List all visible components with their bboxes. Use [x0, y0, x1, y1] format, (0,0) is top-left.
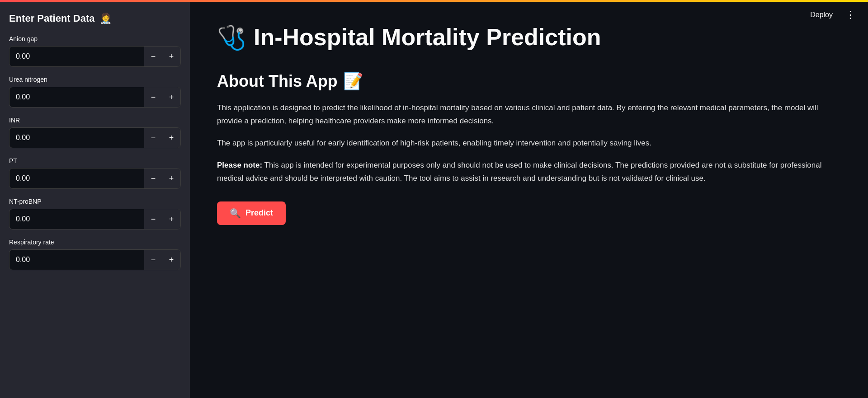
sidebar-title-text: Enter Patient Data [9, 13, 95, 24]
sidebar-title-emoji: 🧑‍⚕️ [99, 13, 112, 24]
disclaimer-paragraph: Please note: This app is intended for ex… [217, 159, 841, 185]
app-title: In-Hospital Mortality Prediction [254, 24, 601, 50]
main-content: Deploy ⋮ 🩺 In-Hospital Mortality Predict… [190, 2, 868, 398]
increment-button-0[interactable]: + [162, 47, 180, 66]
field-label-0: Anion gap [9, 35, 181, 42]
increment-button-5[interactable]: + [162, 250, 180, 270]
number-input-row-3: −+ [9, 168, 181, 189]
increment-button-3[interactable]: + [162, 169, 180, 188]
predict-icon: 🔍 [230, 208, 241, 219]
number-input-1[interactable] [9, 89, 144, 106]
description-paragraph-1: This application is designed to predict … [217, 102, 841, 128]
sidebar-title: Enter Patient Data 🧑‍⚕️ [9, 13, 181, 24]
number-input-5[interactable] [9, 251, 144, 268]
predict-label: Predict [245, 208, 273, 218]
sidebar: Enter Patient Data 🧑‍⚕️ Anion gap−+Urea … [0, 2, 190, 398]
predict-button[interactable]: 🔍 Predict [217, 201, 286, 225]
disclaimer-bold: Please note: [217, 161, 262, 169]
more-options-button[interactable]: ⋮ [842, 8, 859, 22]
number-input-row-5: −+ [9, 249, 181, 270]
about-heading-text: About This App [217, 72, 338, 91]
increment-button-1[interactable]: + [162, 87, 180, 107]
number-input-2[interactable] [9, 129, 144, 146]
number-input-0[interactable] [9, 48, 144, 65]
decrement-button-0[interactable]: − [144, 47, 162, 66]
deploy-button[interactable]: Deploy [806, 8, 837, 22]
increment-button-2[interactable]: + [162, 128, 180, 148]
description-paragraph-2: The app is particularly useful for early… [217, 137, 841, 150]
field-label-1: Urea nitrogen [9, 76, 181, 83]
number-input-3[interactable] [9, 170, 144, 187]
decrement-button-5[interactable]: − [144, 250, 162, 270]
number-input-row-4: −+ [9, 209, 181, 229]
decrement-button-3[interactable]: − [144, 169, 162, 188]
field-label-4: NT-proBNP [9, 198, 181, 205]
app-title-row: 🩺 In-Hospital Mortality Prediction [217, 24, 841, 50]
number-input-row-1: −+ [9, 87, 181, 108]
field-label-5: Respiratory rate [9, 239, 181, 246]
number-input-row-2: −+ [9, 127, 181, 148]
decrement-button-2[interactable]: − [144, 128, 162, 148]
about-icon: 📝 [343, 72, 363, 91]
top-controls: Deploy ⋮ [806, 8, 859, 22]
number-input-row-0: −+ [9, 46, 181, 67]
about-heading: About This App 📝 [217, 72, 841, 91]
disclaimer-rest: This app is intended for experimental pu… [217, 161, 821, 183]
fields-container: Anion gap−+Urea nitrogen−+INR−+PT−+NT-pr… [9, 35, 181, 270]
number-input-4[interactable] [9, 211, 144, 228]
field-label-3: PT [9, 157, 181, 164]
field-label-2: INR [9, 117, 181, 124]
decrement-button-4[interactable]: − [144, 209, 162, 229]
decrement-button-1[interactable]: − [144, 87, 162, 107]
stethoscope-icon: 🩺 [217, 26, 246, 49]
increment-button-4[interactable]: + [162, 209, 180, 229]
